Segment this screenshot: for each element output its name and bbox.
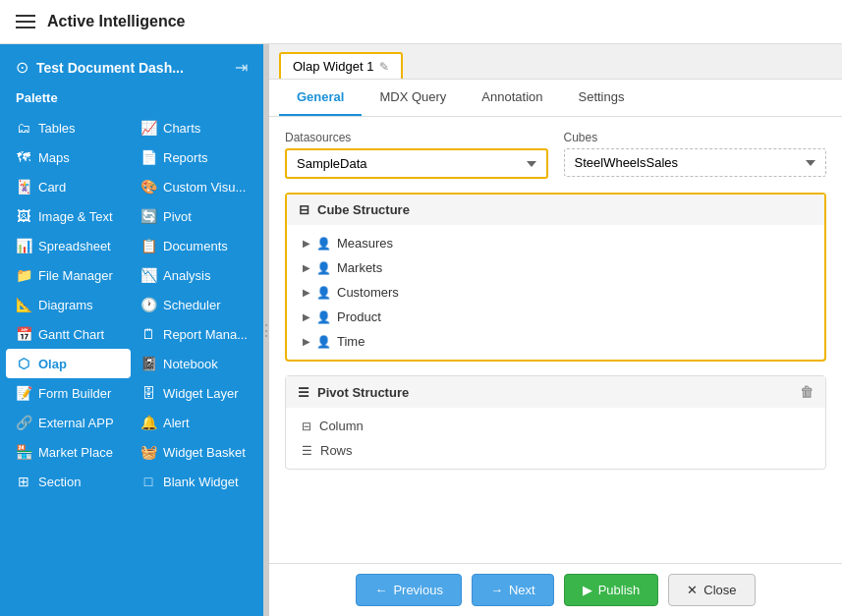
sidebar-item-image-text[interactable]: 🖼 Image & Text <box>6 201 131 231</box>
cubes-select[interactable]: SteelWheelsSales <box>564 148 827 177</box>
sidebar-item-card[interactable]: 🃏 Card <box>6 172 131 201</box>
cube-structure-icon: ⊟ <box>299 202 309 217</box>
scheduler-icon: 🕐 <box>140 297 156 312</box>
top-bar: Active Intelligence <box>0 0 842 44</box>
tab-general[interactable]: General <box>279 80 362 116</box>
sidebar-item-pivot[interactable]: 🔄 Pivot <box>131 201 257 231</box>
trash-icon[interactable]: 🗑 <box>800 384 814 400</box>
tree-item-product[interactable]: ▶ 👤 Product <box>287 305 824 329</box>
tree-item-measures[interactable]: ▶ 👤 Measures <box>287 231 824 255</box>
pivot-label-column: Column <box>319 419 364 433</box>
bottom-bar: ← Previous → Next ▶ Publish ✕ Close <box>269 563 842 616</box>
close-button[interactable]: ✕ Close <box>668 574 755 606</box>
panel: General MDX Query Annotation Settings Da… <box>269 80 842 616</box>
previous-button[interactable]: ← Previous <box>356 574 462 606</box>
pivot-structure-icon: ☰ <box>298 385 309 400</box>
tables-icon: 🗂 <box>16 120 31 136</box>
sidebar-item-section[interactable]: ⊞ Section <box>6 467 131 496</box>
olap-icon: ⬡ <box>16 356 31 371</box>
sidebar-label-blank-widget: Blank Widget <box>163 475 239 489</box>
rows-icon: ☰ <box>302 444 312 458</box>
publish-label: Publish <box>598 583 641 597</box>
sidebar-item-alert[interactable]: 🔔 Alert <box>131 408 257 437</box>
sidebar-item-gantt-chart[interactable]: 📅 Gantt Chart <box>6 319 131 349</box>
sidebar-item-notebook[interactable]: 📓 Notebook <box>131 349 257 378</box>
content-area: Olap Widget 1 ✎ General MDX Query Annota… <box>269 44 842 616</box>
sidebar-back-icon[interactable]: ⇥ <box>235 58 248 77</box>
sidebar-item-form-builder[interactable]: 📝 Form Builder <box>6 378 131 408</box>
pivot-item-rows[interactable]: ☰ Rows <box>286 438 825 463</box>
sidebar-label-charts: Charts <box>163 121 200 136</box>
file-manager-icon: 📁 <box>16 267 31 283</box>
sidebar: ⊙ Test Document Dash... ⇥ Palette 🗂 Tabl… <box>0 44 263 616</box>
doc-title: Test Document Dash... <box>36 60 184 76</box>
publish-button[interactable]: ▶ Publish <box>564 574 659 606</box>
chevron-markets: ▶ <box>303 262 310 273</box>
sidebar-item-external-app[interactable]: 🔗 External APP <box>6 408 131 437</box>
tab-settings[interactable]: Settings <box>561 80 643 116</box>
tree-label-measures: Measures <box>337 236 393 251</box>
tab-mdx-query[interactable]: MDX Query <box>362 80 464 116</box>
pivot-structure-label: Pivot Structure <box>317 385 409 400</box>
tree-label-markets: Markets <box>337 260 382 275</box>
sidebar-label-tables: Tables <box>38 121 76 136</box>
widget-tab-bar: Olap Widget 1 ✎ <box>269 44 842 80</box>
sidebar-item-blank-widget[interactable]: □ Blank Widget <box>131 467 257 496</box>
sidebar-item-maps[interactable]: 🗺 Maps <box>6 142 131 172</box>
pivot-structure-header: ☰ Pivot Structure 🗑 <box>286 376 825 408</box>
sidebar-label-diagrams: Diagrams <box>38 298 93 312</box>
sidebar-item-reports[interactable]: 📄 Reports <box>131 142 257 172</box>
sidebar-label-analysis: Analysis <box>163 268 210 283</box>
tree-item-customers[interactable]: ▶ 👤 Customers <box>287 280 824 305</box>
sidebar-item-widget-layer[interactable]: 🗄 Widget Layer <box>131 378 257 408</box>
market-place-icon: 🏪 <box>16 444 31 460</box>
publish-play-icon: ▶ <box>583 583 592 597</box>
tree-label-product: Product <box>337 309 381 324</box>
sidebar-item-spreadsheet[interactable]: 📊 Spreadsheet <box>6 231 131 260</box>
sidebar-item-charts[interactable]: 📈 Charts <box>131 113 257 142</box>
sidebar-item-analysis[interactable]: 📉 Analysis <box>131 260 257 290</box>
sidebar-label-file-manager: File Manager <box>38 268 113 283</box>
pivot-item-column[interactable]: ⊟ Column <box>286 414 825 438</box>
cube-structure-section: ⊟ Cube Structure ▶ 👤 Measures ▶ 👤 Market… <box>285 193 826 362</box>
tab-annotation[interactable]: Annotation <box>464 80 560 116</box>
sidebar-item-custom-visu[interactable]: 🎨 Custom Visu... <box>131 172 257 201</box>
datasources-group: Datasources SampleData <box>285 131 548 179</box>
palette-label: Palette <box>0 84 263 113</box>
sidebar-item-tables[interactable]: 🗂 Tables <box>6 113 131 142</box>
sidebar-item-documents[interactable]: 📋 Documents <box>131 231 257 260</box>
sidebar-label-external-app: External APP <box>38 416 114 430</box>
tree-item-time[interactable]: ▶ 👤 Time <box>287 329 824 354</box>
widget-tab-label: Olap Widget 1 <box>293 59 373 74</box>
next-arrow-icon: → <box>490 583 503 597</box>
sidebar-item-widget-basket[interactable]: 🧺 Widget Basket <box>131 437 257 467</box>
tree-label-customers: Customers <box>337 285 399 300</box>
sidebar-item-olap[interactable]: ⬡ Olap <box>6 349 131 378</box>
pivot-structure-section: ☰ Pivot Structure 🗑 ⊟ Column ☰ Rows <box>285 375 826 470</box>
cubes-label: Cubes <box>564 131 827 144</box>
sidebar-label-report-mana: Report Mana... <box>163 327 248 342</box>
next-button[interactable]: → Next <box>472 574 554 606</box>
chevron-time: ▶ <box>303 336 310 347</box>
sidebar-label-spreadsheet: Spreadsheet <box>38 239 111 253</box>
sidebar-item-file-manager[interactable]: 📁 File Manager <box>6 260 131 290</box>
sidebar-item-market-place[interactable]: 🏪 Market Place <box>6 437 131 467</box>
hamburger-menu[interactable] <box>16 15 35 28</box>
edit-icon[interactable]: ✎ <box>379 60 389 74</box>
panel-content: Datasources SampleData Cubes SteelWheels… <box>269 117 842 563</box>
datasources-select[interactable]: SampleData <box>285 148 548 179</box>
documents-icon: 📋 <box>140 238 156 253</box>
sidebar-item-diagrams[interactable]: 📐 Diagrams <box>6 290 131 319</box>
sidebar-item-scheduler[interactable]: 🕐 Scheduler <box>131 290 257 319</box>
sidebar-item-report-mana[interactable]: 🗒 Report Mana... <box>131 319 257 349</box>
blank-widget-icon: □ <box>140 474 156 489</box>
main-layout: ⊙ Test Document Dash... ⇥ Palette 🗂 Tabl… <box>0 44 842 616</box>
widget-basket-icon: 🧺 <box>140 444 156 460</box>
pivot-icon: 🔄 <box>140 208 156 224</box>
widget-tab[interactable]: Olap Widget 1 ✎ <box>279 52 403 79</box>
pivot-body: ⊟ Column ☰ Rows <box>286 408 825 469</box>
section-icon: ⊞ <box>16 474 31 489</box>
next-label: Next <box>509 583 535 597</box>
sidebar-label-widget-basket: Widget Basket <box>163 445 246 460</box>
tree-item-markets[interactable]: ▶ 👤 Markets <box>287 255 824 280</box>
